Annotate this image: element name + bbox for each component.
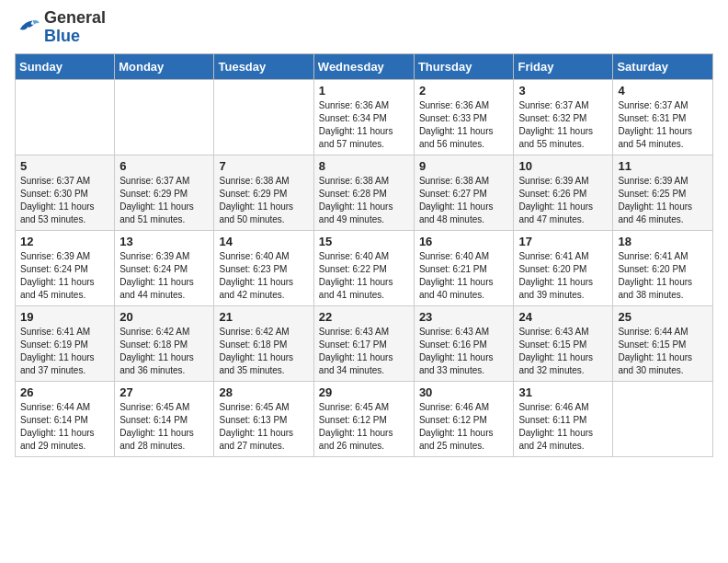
day-info: Sunrise: 6:37 AMSunset: 6:30 PMDaylight:… — [20, 175, 109, 226]
calendar-cell: 18Sunrise: 6:41 AMSunset: 6:20 PMDayligh… — [613, 230, 713, 305]
calendar-cell: 26Sunrise: 6:44 AMSunset: 6:14 PMDayligh… — [16, 381, 115, 456]
calendar-cell: 7Sunrise: 6:38 AMSunset: 6:29 PMDaylight… — [214, 155, 313, 230]
col-wednesday: Wednesday — [313, 53, 414, 79]
day-number: 8 — [319, 159, 409, 173]
col-saturday: Saturday — [613, 53, 713, 79]
calendar-cell: 15Sunrise: 6:40 AMSunset: 6:22 PMDayligh… — [313, 230, 414, 305]
day-info: Sunrise: 6:43 AMSunset: 6:16 PMDaylight:… — [419, 326, 509, 377]
day-info: Sunrise: 6:45 AMSunset: 6:14 PMDaylight:… — [119, 401, 209, 453]
day-number: 18 — [618, 235, 708, 248]
calendar-cell: 2Sunrise: 6:36 AMSunset: 6:33 PMDaylight… — [414, 79, 514, 155]
calendar-cell: 6Sunrise: 6:37 AMSunset: 6:29 PMDaylight… — [115, 155, 214, 230]
day-number: 21 — [219, 310, 308, 324]
day-number: 23 — [419, 310, 509, 324]
day-info: Sunrise: 6:37 AMSunset: 6:32 PMDaylight:… — [518, 99, 608, 151]
day-info: Sunrise: 6:41 AMSunset: 6:19 PMDaylight:… — [20, 326, 109, 377]
calendar-cell: 20Sunrise: 6:42 AMSunset: 6:18 PMDayligh… — [115, 305, 214, 381]
calendar-cell: 1Sunrise: 6:36 AMSunset: 6:34 PMDaylight… — [313, 79, 414, 155]
day-info: Sunrise: 6:39 AMSunset: 6:24 PMDaylight:… — [119, 250, 209, 302]
calendar-week-row: 5Sunrise: 6:37 AMSunset: 6:30 PMDaylight… — [16, 155, 713, 230]
day-info: Sunrise: 6:37 AMSunset: 6:29 PMDaylight:… — [119, 175, 209, 226]
day-info: Sunrise: 6:38 AMSunset: 6:28 PMDaylight:… — [319, 175, 409, 226]
calendar-week-row: 26Sunrise: 6:44 AMSunset: 6:14 PMDayligh… — [16, 381, 713, 456]
calendar-cell: 23Sunrise: 6:43 AMSunset: 6:16 PMDayligh… — [414, 305, 514, 381]
calendar-cell: 31Sunrise: 6:46 AMSunset: 6:11 PMDayligh… — [514, 381, 613, 456]
calendar-cell: 24Sunrise: 6:43 AMSunset: 6:15 PMDayligh… — [514, 305, 613, 381]
day-info: Sunrise: 6:45 AMSunset: 6:12 PMDaylight:… — [319, 401, 409, 453]
page: GeneralBlue Sunday Monday Tuesday Wednes… — [0, 0, 728, 563]
day-number: 26 — [20, 385, 109, 399]
day-number: 3 — [518, 84, 608, 98]
calendar-cell: 17Sunrise: 6:41 AMSunset: 6:20 PMDayligh… — [514, 230, 613, 305]
day-info: Sunrise: 6:38 AMSunset: 6:27 PMDaylight:… — [419, 175, 509, 226]
day-info: Sunrise: 6:44 AMSunset: 6:15 PMDaylight:… — [618, 326, 708, 377]
logo-text: GeneralBlue — [44, 9, 106, 46]
calendar-cell — [214, 79, 313, 155]
day-info: Sunrise: 6:46 AMSunset: 6:11 PMDaylight:… — [518, 401, 608, 453]
day-info: Sunrise: 6:43 AMSunset: 6:17 PMDaylight:… — [319, 326, 409, 377]
calendar-table: Sunday Monday Tuesday Wednesday Thursday… — [15, 53, 713, 457]
calendar-cell: 29Sunrise: 6:45 AMSunset: 6:12 PMDayligh… — [313, 381, 414, 456]
day-info: Sunrise: 6:44 AMSunset: 6:14 PMDaylight:… — [20, 401, 109, 453]
day-number: 2 — [419, 84, 509, 98]
calendar-cell: 5Sunrise: 6:37 AMSunset: 6:30 PMDaylight… — [16, 155, 115, 230]
day-info: Sunrise: 6:40 AMSunset: 6:22 PMDaylight:… — [319, 250, 409, 302]
calendar-cell: 8Sunrise: 6:38 AMSunset: 6:28 PMDaylight… — [313, 155, 414, 230]
calendar-cell: 25Sunrise: 6:44 AMSunset: 6:15 PMDayligh… — [613, 305, 713, 381]
col-friday: Friday — [514, 53, 613, 79]
day-number: 4 — [618, 84, 708, 98]
day-info: Sunrise: 6:40 AMSunset: 6:21 PMDaylight:… — [419, 250, 509, 302]
calendar-cell: 13Sunrise: 6:39 AMSunset: 6:24 PMDayligh… — [115, 230, 214, 305]
calendar-week-row: 19Sunrise: 6:41 AMSunset: 6:19 PMDayligh… — [16, 305, 713, 381]
calendar-cell: 28Sunrise: 6:45 AMSunset: 6:13 PMDayligh… — [214, 381, 313, 456]
logo: GeneralBlue — [15, 9, 106, 46]
calendar-cell: 30Sunrise: 6:46 AMSunset: 6:12 PMDayligh… — [414, 381, 514, 456]
day-number: 6 — [119, 159, 209, 173]
calendar-week-row: 1Sunrise: 6:36 AMSunset: 6:34 PMDaylight… — [16, 79, 713, 155]
calendar-cell: 16Sunrise: 6:40 AMSunset: 6:21 PMDayligh… — [414, 230, 514, 305]
day-number: 14 — [219, 235, 308, 248]
calendar-cell: 11Sunrise: 6:39 AMSunset: 6:25 PMDayligh… — [613, 155, 713, 230]
col-thursday: Thursday — [414, 53, 514, 79]
day-number: 24 — [518, 310, 608, 324]
day-info: Sunrise: 6:36 AMSunset: 6:33 PMDaylight:… — [419, 99, 509, 151]
day-info: Sunrise: 6:42 AMSunset: 6:18 PMDaylight:… — [219, 326, 308, 377]
calendar-cell: 27Sunrise: 6:45 AMSunset: 6:14 PMDayligh… — [115, 381, 214, 456]
calendar-cell: 4Sunrise: 6:37 AMSunset: 6:31 PMDaylight… — [613, 79, 713, 155]
day-info: Sunrise: 6:38 AMSunset: 6:29 PMDaylight:… — [219, 175, 308, 226]
day-number: 25 — [618, 310, 708, 324]
day-number: 31 — [518, 385, 608, 399]
day-info: Sunrise: 6:39 AMSunset: 6:26 PMDaylight:… — [518, 175, 608, 226]
col-monday: Monday — [115, 53, 214, 79]
day-number: 27 — [119, 385, 209, 399]
day-number: 1 — [319, 84, 409, 98]
calendar-week-row: 12Sunrise: 6:39 AMSunset: 6:24 PMDayligh… — [16, 230, 713, 305]
calendar-cell: 3Sunrise: 6:37 AMSunset: 6:32 PMDaylight… — [514, 79, 613, 155]
col-sunday: Sunday — [16, 53, 115, 79]
day-number: 10 — [518, 159, 608, 173]
day-info: Sunrise: 6:45 AMSunset: 6:13 PMDaylight:… — [219, 401, 308, 453]
day-info: Sunrise: 6:39 AMSunset: 6:25 PMDaylight:… — [618, 175, 708, 226]
day-number: 9 — [419, 159, 509, 173]
calendar-cell: 14Sunrise: 6:40 AMSunset: 6:23 PMDayligh… — [214, 230, 313, 305]
day-number: 30 — [419, 385, 509, 399]
calendar-cell — [115, 79, 214, 155]
day-info: Sunrise: 6:37 AMSunset: 6:31 PMDaylight:… — [618, 99, 708, 151]
calendar-cell: 21Sunrise: 6:42 AMSunset: 6:18 PMDayligh… — [214, 305, 313, 381]
calendar-cell: 10Sunrise: 6:39 AMSunset: 6:26 PMDayligh… — [514, 155, 613, 230]
day-info: Sunrise: 6:40 AMSunset: 6:23 PMDaylight:… — [219, 250, 308, 302]
day-number: 16 — [419, 235, 509, 248]
day-info: Sunrise: 6:43 AMSunset: 6:15 PMDaylight:… — [518, 326, 608, 377]
calendar-cell: 19Sunrise: 6:41 AMSunset: 6:19 PMDayligh… — [16, 305, 115, 381]
day-number: 7 — [219, 159, 308, 173]
calendar-cell — [16, 79, 115, 155]
day-info: Sunrise: 6:46 AMSunset: 6:12 PMDaylight:… — [419, 401, 509, 453]
day-number: 19 — [20, 310, 109, 324]
day-number: 5 — [20, 159, 109, 173]
calendar-cell: 12Sunrise: 6:39 AMSunset: 6:24 PMDayligh… — [16, 230, 115, 305]
header: GeneralBlue — [15, 9, 713, 46]
calendar-cell: 22Sunrise: 6:43 AMSunset: 6:17 PMDayligh… — [313, 305, 414, 381]
day-info: Sunrise: 6:36 AMSunset: 6:34 PMDaylight:… — [319, 99, 409, 151]
calendar-cell — [613, 381, 713, 456]
day-info: Sunrise: 6:41 AMSunset: 6:20 PMDaylight:… — [618, 250, 708, 302]
